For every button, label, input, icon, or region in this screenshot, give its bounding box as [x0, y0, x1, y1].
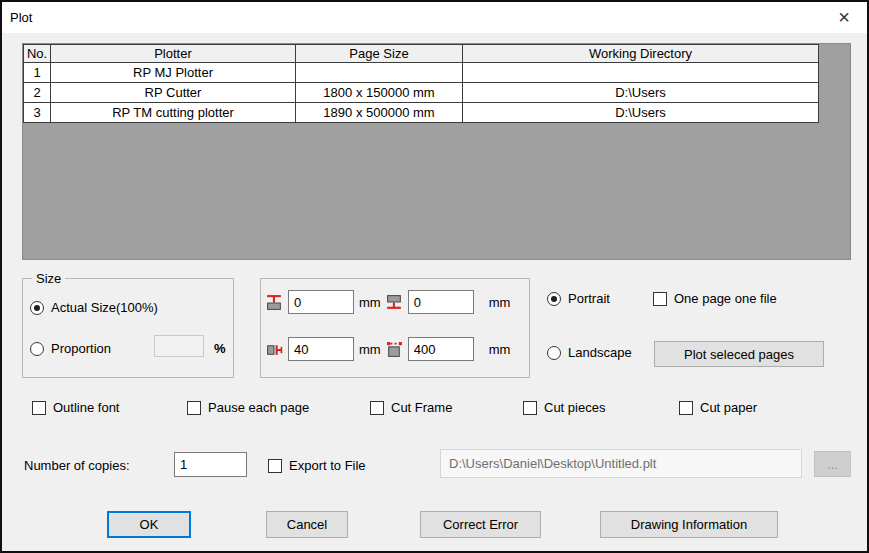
table-header-row: No. Plotter Page Size Working Directory — [24, 45, 819, 63]
portrait-radio[interactable]: Portrait — [547, 291, 610, 306]
left-margin-input[interactable] — [288, 337, 354, 361]
checkbox-icon[interactable] — [268, 459, 282, 473]
page-size-cell[interactable]: 1890 x 500000 mm — [296, 103, 463, 123]
dialog-title: Plot — [10, 10, 32, 25]
cancel-button[interactable]: Cancel — [266, 511, 348, 538]
checkbox-icon[interactable] — [523, 401, 537, 415]
top-margin-row: mm mm — [266, 290, 510, 314]
page-gap-icon — [386, 341, 403, 358]
outline-font-checkbox[interactable]: Outline font — [32, 400, 120, 415]
plotter-cell[interactable]: RP TM cutting plotter — [51, 103, 296, 123]
plot-dialog: Plot × No. Plotter Page Size Working Dir… — [0, 0, 869, 553]
top-margin-unit: mm — [359, 295, 381, 310]
correct-error-button[interactable]: Correct Error — [420, 511, 541, 538]
page-gap-input[interactable] — [408, 337, 474, 361]
plotter-cell[interactable]: RP MJ Plotter — [51, 63, 296, 83]
proportion-input[interactable] — [154, 335, 204, 357]
cut-pieces-label: Cut pieces — [544, 400, 605, 415]
close-icon[interactable]: × — [831, 5, 857, 29]
size-group-label: Size — [32, 271, 65, 286]
radio-icon[interactable] — [30, 342, 44, 356]
left-margin-row: mm mm — [266, 337, 510, 361]
one-page-one-file-checkbox[interactable]: One page one file — [653, 291, 777, 306]
proportion-label: Proportion — [51, 341, 111, 356]
table-row[interactable]: 2 RP Cutter 1800 x 150000 mm D:\Users — [24, 83, 819, 103]
header-working-directory[interactable]: Working Directory — [463, 45, 819, 63]
plotter-cell[interactable]: RP Cutter — [51, 83, 296, 103]
checkbox-icon[interactable] — [32, 401, 46, 415]
bottom-margin-input[interactable] — [408, 290, 474, 314]
landscape-label: Landscape — [568, 345, 632, 360]
export-to-file-label: Export to File — [289, 458, 366, 473]
one-page-one-file-label: One page one file — [674, 291, 777, 306]
size-group: Size — [22, 278, 234, 378]
row-number[interactable]: 2 — [24, 83, 51, 103]
cut-pieces-checkbox[interactable]: Cut pieces — [523, 400, 605, 415]
proportion-radio[interactable]: Proportion — [30, 341, 111, 356]
cut-paper-label: Cut paper — [700, 400, 757, 415]
row-number[interactable]: 3 — [24, 103, 51, 123]
header-page-size[interactable]: Page Size — [296, 45, 463, 63]
title-bar: Plot × — [2, 2, 867, 33]
top-margin-input[interactable] — [288, 290, 354, 314]
portrait-label: Portrait — [568, 291, 610, 306]
page-size-cell[interactable]: 1700 x 160000 mm — [296, 63, 463, 83]
drawing-information-button[interactable]: Drawing Information — [600, 511, 778, 538]
working-directory-cell[interactable]: D:\Users — [463, 83, 819, 103]
cut-paper-checkbox[interactable]: Cut paper — [679, 400, 757, 415]
browse-button[interactable]: ... — [814, 451, 851, 477]
percent-label: % — [214, 341, 226, 356]
radio-icon[interactable] — [30, 301, 44, 315]
radio-icon[interactable] — [547, 346, 561, 360]
working-directory-cell[interactable]: D:\Users — [463, 63, 819, 83]
left-margin-icon — [266, 341, 283, 358]
radio-icon[interactable] — [547, 292, 561, 306]
bottom-margin-icon — [386, 294, 403, 311]
landscape-radio[interactable]: Landscape — [547, 345, 632, 360]
outline-font-label: Outline font — [53, 400, 120, 415]
cut-frame-checkbox[interactable]: Cut Frame — [370, 400, 452, 415]
bottom-margin-unit: mm — [489, 295, 511, 310]
table-row[interactable]: 1 RP MJ Plotter 1700 x 160000 mm D:\User… — [24, 63, 819, 83]
page-gap-unit: mm — [489, 342, 511, 357]
header-no[interactable]: No. — [24, 45, 51, 63]
ok-button[interactable]: OK — [107, 511, 191, 538]
row-number[interactable]: 1 — [24, 63, 51, 83]
actual-size-label: Actual Size(100%) — [51, 300, 158, 315]
checkbox-icon[interactable] — [370, 401, 384, 415]
top-margin-icon — [266, 294, 283, 311]
plotter-list: No. Plotter Page Size Working Directory … — [22, 43, 851, 260]
number-of-copies-label: Number of copies: — [24, 458, 130, 473]
export-to-file-checkbox[interactable]: Export to File — [268, 458, 366, 473]
export-path-field[interactable]: D:\Users\Daniel\Desktop\Untitled.plt — [440, 449, 802, 478]
pause-each-page-label: Pause each page — [208, 400, 309, 415]
pause-each-page-checkbox[interactable]: Pause each page — [187, 400, 309, 415]
checkbox-icon[interactable] — [679, 401, 693, 415]
table-row[interactable]: 3 RP TM cutting plotter 1890 x 500000 mm… — [24, 103, 819, 123]
checkbox-icon[interactable] — [653, 292, 667, 306]
plot-selected-pages-button[interactable]: Plot seleced pages — [654, 341, 824, 367]
checkbox-icon[interactable] — [187, 401, 201, 415]
actual-size-radio[interactable]: Actual Size(100%) — [30, 300, 158, 315]
header-plotter[interactable]: Plotter — [51, 45, 296, 63]
number-of-copies-input[interactable] — [174, 452, 247, 477]
working-directory-cell[interactable]: D:\Users — [463, 103, 819, 123]
page-size-cell[interactable]: 1800 x 150000 mm — [296, 83, 463, 103]
cut-frame-label: Cut Frame — [391, 400, 452, 415]
plotter-table: No. Plotter Page Size Working Directory … — [23, 44, 819, 123]
left-margin-unit: mm — [359, 342, 381, 357]
